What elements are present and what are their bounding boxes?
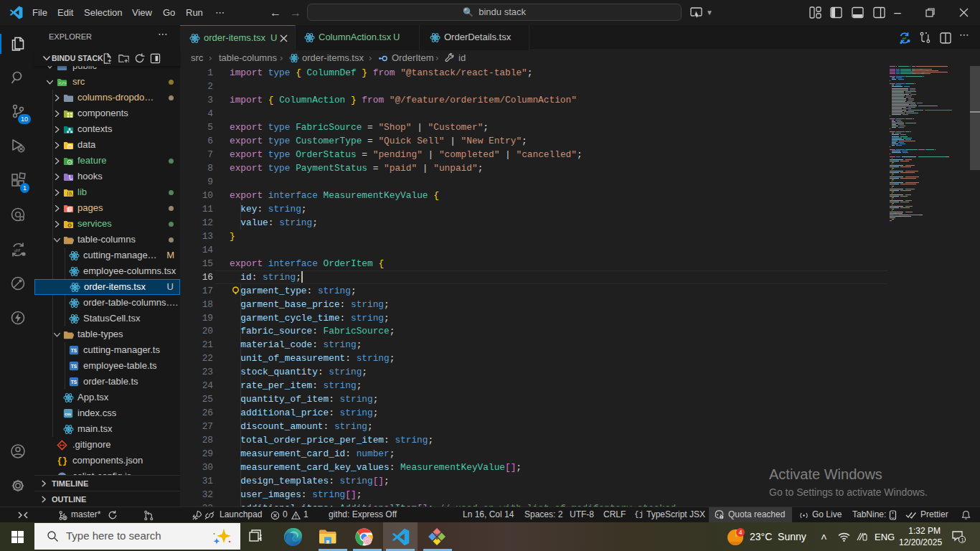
svg-text:TS: TS <box>71 348 77 353</box>
svg-text:diff: diff <box>14 248 21 253</box>
svg-text:css: css <box>65 412 71 416</box>
svg-text:{}: {} <box>57 456 67 466</box>
svg-text:diff: diff <box>902 37 906 40</box>
svg-text:1: 1 <box>961 537 964 543</box>
svg-text:TS: TS <box>71 380 77 385</box>
svg-text:</>: </> <box>59 81 67 86</box>
svg-text:TS: TS <box>71 364 77 369</box>
svg-text:4: 4 <box>739 529 743 536</box>
